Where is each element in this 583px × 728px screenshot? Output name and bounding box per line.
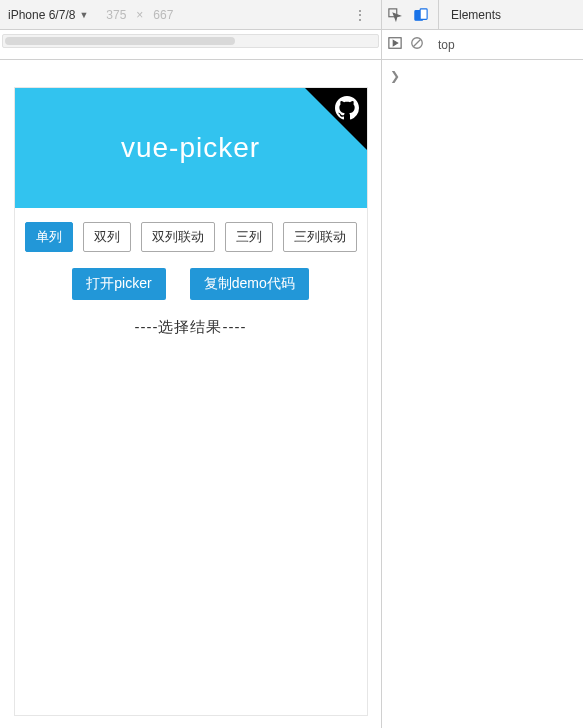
app-title: vue-picker	[121, 132, 260, 164]
clear-console-icon[interactable]	[410, 36, 424, 54]
result-label: ----选择结果----	[15, 318, 367, 337]
open-picker-button[interactable]: 打开picker	[72, 268, 165, 300]
tab-elements[interactable]: Elements	[439, 0, 513, 29]
tab-triple-col[interactable]: 三列	[225, 222, 273, 252]
viewport-dimensions: 375 × 667	[106, 8, 173, 22]
viewport-width[interactable]: 375	[106, 8, 126, 22]
tab-double-linked[interactable]: 双列联动	[141, 222, 215, 252]
inspect-element-icon[interactable]	[382, 8, 408, 22]
chevron-down-icon: ▼	[79, 10, 88, 20]
tab-double-col[interactable]: 双列	[83, 222, 131, 252]
hero-banner: vue-picker	[15, 88, 367, 208]
tab-single-col[interactable]: 单列	[25, 222, 73, 252]
device-dropdown[interactable]: iPhone 6/7/8 ▼	[0, 8, 88, 22]
dimension-x: ×	[136, 8, 143, 22]
context-dropdown[interactable]: top	[438, 38, 455, 52]
device-name: iPhone 6/7/8	[8, 8, 75, 22]
viewport-height[interactable]: 667	[153, 8, 173, 22]
copy-demo-button[interactable]: 复制demo代码	[190, 268, 309, 300]
horizontal-scrollbar[interactable]	[2, 34, 379, 48]
device-preview: vue-picker 单列 双列 双列联动 三列 三列联动 打开picker 复…	[15, 88, 367, 715]
execute-icon[interactable]	[388, 36, 402, 54]
scrollbar-thumb[interactable]	[5, 37, 235, 45]
svg-rect-2	[420, 8, 427, 19]
svg-line-5	[414, 39, 421, 46]
tab-triple-linked[interactable]: 三列联动	[283, 222, 357, 252]
more-menu-icon[interactable]: ⋮	[353, 7, 367, 23]
github-link[interactable]	[335, 96, 359, 124]
expand-caret-icon[interactable]: ❯	[390, 69, 400, 83]
device-toggle-icon[interactable]	[408, 8, 434, 22]
